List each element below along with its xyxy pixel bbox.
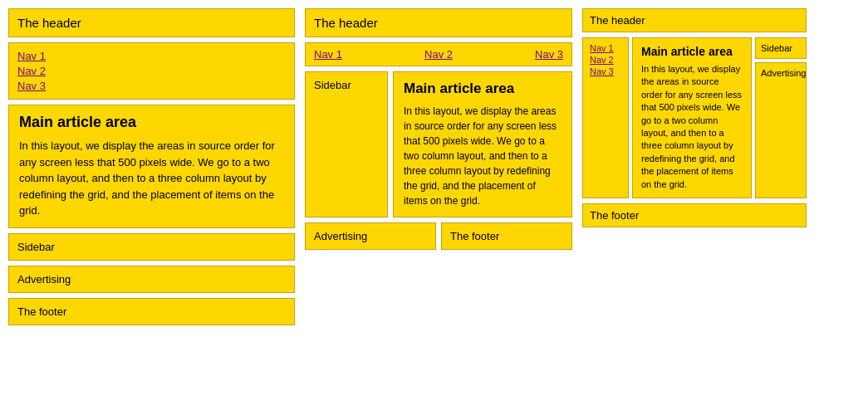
col3-right-col: Sidebar Advertising [755, 37, 807, 198]
col2-footer-text: The footer [450, 230, 499, 242]
col3-nav3-link[interactable]: Nav 3 [590, 66, 621, 76]
col3-nav: Nav 1 Nav 2 Nav 3 [582, 37, 629, 198]
col3-footer: The footer [582, 203, 807, 227]
col1-header: The header [8, 8, 295, 37]
col2-nav2-link[interactable]: Nav 2 [424, 48, 453, 61]
col3-main-row: Nav 1 Nav 2 Nav 3 Main article area In t… [582, 37, 807, 198]
col3-header-text: The header [590, 14, 645, 27]
page-wrapper: The header Nav 1 Nav 2 Nav 3 Main articl… [8, 8, 860, 325]
col2-bottom-row: Advertising The footer [305, 222, 572, 250]
col1-advertising: Advertising [8, 266, 295, 293]
col2-nav3-link[interactable]: Nav 3 [535, 48, 563, 61]
col1-main-title: Main article area [19, 114, 284, 131]
col2-sidebar: Sidebar [305, 71, 388, 217]
col1-main-body: In this layout, we display the areas in … [19, 138, 284, 219]
col2-main: Main article area In this layout, we dis… [393, 71, 572, 217]
col3-sidebar-text: Sidebar [761, 43, 792, 53]
col3-main: Main article area In this layout, we dis… [632, 37, 752, 198]
col1-advertising-text: Advertising [17, 273, 71, 286]
col1-nav3-link[interactable]: Nav 3 [17, 80, 286, 92]
col2-header: The header [305, 8, 572, 37]
col2-advertising: Advertising [305, 222, 436, 250]
col1-nav1-link[interactable]: Nav 1 [17, 50, 286, 62]
col2-main-row: Sidebar Main article area In this layout… [305, 71, 572, 217]
col2-main-title: Main article area [404, 81, 562, 97]
col1-layout: The header Nav 1 Nav 2 Nav 3 Main articl… [8, 8, 295, 325]
col2-layout: The header Nav 1 Nav 2 Nav 3 Sidebar Mai… [305, 8, 572, 250]
col3-header: The header [582, 8, 807, 32]
col2-main-body: In this layout, we display the areas in … [404, 104, 562, 208]
col1-sidebar: Sidebar [8, 233, 295, 261]
col3-sidebar: Sidebar [755, 37, 807, 59]
col3-main-title: Main article area [641, 45, 743, 58]
col3-footer-text: The footer [590, 209, 639, 222]
col2-nav: Nav 1 Nav 2 Nav 3 [305, 42, 572, 66]
col1-footer: The footer [8, 298, 295, 325]
col1-sidebar-text: Sidebar [17, 241, 55, 253]
col3-nav1-link[interactable]: Nav 1 [590, 43, 621, 53]
col1-nav: Nav 1 Nav 2 Nav 3 [8, 42, 295, 100]
col1-header-text: The header [17, 16, 81, 30]
col2-advertising-text: Advertising [314, 230, 367, 242]
col3-advertising-text: Advertising [761, 68, 806, 78]
col2-footer: The footer [441, 222, 572, 250]
col1-footer-text: The footer [17, 305, 66, 318]
col3-advertising: Advertising [755, 62, 807, 198]
col3-nav2-link[interactable]: Nav 2 [590, 55, 621, 65]
col2-sidebar-text: Sidebar [314, 79, 351, 91]
col1-nav2-link[interactable]: Nav 2 [17, 65, 286, 77]
col2-header-text: The header [314, 16, 378, 30]
col1-main: Main article area In this layout, we dis… [8, 105, 295, 228]
col3-main-body: In this layout, we display the areas in … [641, 63, 743, 191]
col3-layout: The header Nav 1 Nav 2 Nav 3 Main articl… [582, 8, 807, 227]
col2-nav1-link[interactable]: Nav 1 [314, 48, 342, 61]
